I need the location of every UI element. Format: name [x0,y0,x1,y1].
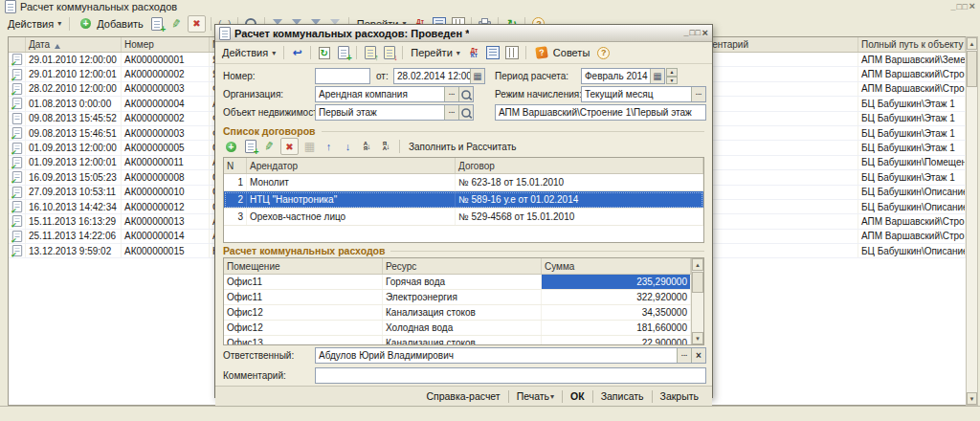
date-field[interactable]: 28.02.2014 12:00:00 [393,68,485,84]
comment-field[interactable] [315,367,706,384]
move-down-button[interactable] [340,139,356,154]
table-row[interactable]: Офис11 Горячая вода 235,290000 [224,275,691,290]
dialog-structure-button[interactable] [504,45,521,60]
choose-icon[interactable] [444,87,458,101]
dialog-journal-button[interactable] [485,45,501,60]
cell-n: 2 [224,191,247,208]
scroll-thumb[interactable] [692,272,703,293]
delete-button[interactable] [188,15,206,33]
cell-path: БЦ Бабушкин\Этаж 1 [858,97,966,110]
dialog-minimize-icon[interactable] [684,29,689,37]
scroll-up-icon[interactable]: ▲ [967,37,977,50]
cell-contract: № 589-16 у.е от 01.02.2014 [456,191,703,208]
contract-delete-button[interactable] [280,138,299,155]
choose-icon[interactable] [677,348,691,363]
mode-field[interactable]: Текущий месяц [581,86,706,102]
number-field[interactable] [315,68,370,84]
scroll-down-icon[interactable]: ▼ [692,332,703,344]
object-field[interactable]: Первый этаж [315,104,474,121]
cell-date: 16.10.2013 14:42:34 [26,200,122,213]
period-stepper[interactable]: ▲▼ [666,68,678,84]
organization-field[interactable]: Арендная компания [315,86,474,102]
reread-button[interactable] [289,45,305,60]
column-icon-header[interactable] [9,37,26,52]
column-tenant-header[interactable]: Арендатор [247,158,456,173]
post-button[interactable] [362,45,378,60]
minimize-icon[interactable] [951,3,956,11]
unpost-button[interactable] [381,45,397,60]
refresh-form-button[interactable] [316,45,332,60]
responsible-field[interactable]: Абдулов Юрий Владимирович [315,347,706,364]
column-path-header[interactable]: Полный путь к объекту [858,37,966,52]
move-up-button[interactable] [321,139,337,154]
unpost-icon [384,46,395,59]
spin-up-icon[interactable]: ▲ [666,68,678,77]
dialog-copy-button[interactable] [335,45,351,60]
column-room-header[interactable]: Помещение [224,258,383,274]
contract-copy-button[interactable] [242,139,258,154]
calendar-icon[interactable] [470,69,484,83]
dialog-actions-menu-button[interactable]: Действия [219,46,278,59]
calendar-icon[interactable] [650,69,664,83]
dialog-help-button[interactable] [595,45,612,60]
contract-grid-button[interactable] [301,139,318,154]
calc-table-scrollbar[interactable]: ▲ ▼ [691,258,703,344]
column-date-header[interactable]: Дата [26,37,122,52]
cell-date: 09.08.2013 15:45:52 [26,112,122,125]
close-icon[interactable] [969,2,975,11]
scroll-up-icon[interactable]: ▲ [692,258,703,271]
period-field[interactable]: Февраль 2014 [581,68,665,84]
cell-room: Офис13 [224,336,383,344]
list-scrollbar[interactable]: ▲ ▼ [966,36,978,406]
add-icon [223,139,239,154]
contract-add-button[interactable] [223,139,239,154]
table-row[interactable]: Офис13 Канализация стоков 22,900000 [224,336,691,344]
search-icon[interactable] [458,105,473,120]
dtkt-button[interactable]: ДтКт [466,45,482,60]
column-n-header[interactable]: N [224,158,247,173]
dialog-titlebar[interactable]: Расчет коммунальных расходов: Проведен * [215,25,712,42]
column-resource-header[interactable]: Ресурс [383,258,542,274]
column-amount-header[interactable]: Сумма [542,258,691,274]
table-row[interactable]: Офис11 Электроэнергия 322,920000 [224,290,691,305]
cell-number: АК000000010 [122,186,210,199]
table-row[interactable]: 3 Орехов-частное лицо № 529-4568 от 15.0… [224,209,703,226]
search-icon[interactable] [458,87,473,101]
close-button[interactable]: Закрыть [653,390,706,402]
sort-desc-button[interactable]: ЯА [378,139,394,154]
table-row[interactable]: Офис12 Холодная вода 181,660000 [224,321,691,336]
calc-section-title: Расчет коммунальных расходов [215,243,712,257]
scroll-thumb[interactable] [967,51,977,87]
add-button[interactable]: Добавить [75,15,146,33]
choose-icon[interactable] [691,87,705,101]
cell-amount: 235,290000 [542,275,691,289]
cell-n: 1 [224,174,247,190]
copy-button[interactable] [149,16,166,32]
choose-icon[interactable] [444,105,458,120]
actions-menu-button[interactable]: Действия [5,17,64,31]
contract-edit-button[interactable] [261,139,278,154]
sort-asc-button[interactable]: АЯ [359,139,375,154]
edit-button[interactable] [168,16,185,32]
print-menu-button[interactable]: Печать [509,390,562,402]
column-number-header[interactable]: Номер [122,37,210,52]
tips-button[interactable]: Советы [531,44,592,61]
clear-icon[interactable] [691,348,705,363]
save-button[interactable]: Записать [593,390,652,402]
document-status-icon [11,69,21,80]
cell-path: БЦ Бабушкин\Описание р... [858,186,966,199]
fill-and-calculate-button[interactable]: Заполнить и Рассчитать [405,142,520,152]
table-row[interactable]: 2 НТЦ "Нанотроника" № 589-16 у.е от 01.0… [224,191,703,209]
spin-down-icon[interactable]: ▼ [666,77,678,85]
cell-date: 01.09.2013 12:00:01 [26,156,122,169]
scroll-down-icon[interactable]: ▼ [967,392,977,405]
calc-report-button[interactable]: Справка-расчет [418,390,507,402]
dialog-goto-menu-button[interactable]: Перейти [408,46,463,59]
cell-room: Офис12 [224,321,383,335]
dialog-close-icon[interactable] [702,29,708,38]
ok-button[interactable]: ОК [563,390,592,402]
column-contract-header[interactable]: Договор [456,158,703,173]
dialog-form: Номер: от: 28.02.2014 12:00:00 Период ра… [215,64,712,123]
table-row[interactable]: 1 Монолит № 623-18 от 15.01.2010 [224,174,703,191]
table-row[interactable]: Офис12 Канализация стоков 34,350000 [224,305,691,321]
